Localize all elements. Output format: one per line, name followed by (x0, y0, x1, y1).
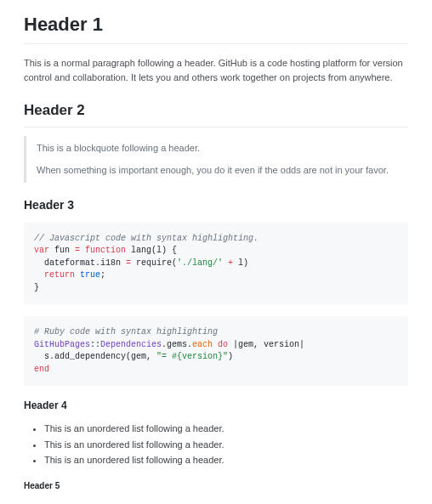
header-5: Header 5 (24, 479, 408, 492)
header-3: Header 3 (24, 196, 408, 214)
list-item: This is an unordered list following a he… (44, 453, 408, 467)
blockquote-line: This is a blockquote following a header. (37, 141, 398, 156)
code-block-js: // Javascript code with syntax highlight… (24, 223, 408, 305)
paragraph: This is a normal paragraph following a h… (24, 56, 408, 84)
blockquote-line: When something is important enough, you … (37, 163, 398, 178)
list-item: This is an unordered list following a he… (44, 422, 408, 436)
unordered-list: This is an unordered list following a he… (24, 422, 408, 467)
ordered-list: This is an ordered list following a head… (24, 501, 408, 505)
blockquote: This is a blockquote following a header.… (24, 136, 408, 183)
header-4: Header 4 (24, 398, 408, 413)
list-item: This is an ordered list following a head… (44, 501, 408, 505)
list-item: This is an unordered list following a he… (44, 438, 408, 452)
header-1: Header 1 (24, 10, 408, 44)
header-2: Header 2 (24, 99, 408, 127)
code-block-ruby: # Ruby code with syntax highlighting Git… (24, 316, 408, 386)
